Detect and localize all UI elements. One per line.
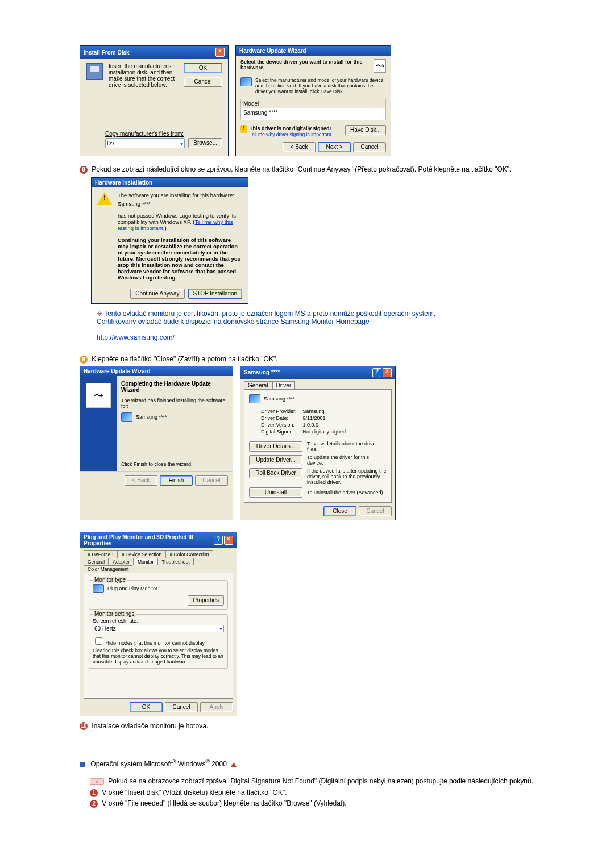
window-title: Hardware Update Wizard (84, 368, 151, 374)
uninstall-desc: To uninstall the driver (Advanced). (307, 490, 384, 495)
uninstall-button[interactable]: Uninstall (249, 487, 302, 498)
finished-text: The wizard has finished installing the s… (121, 398, 228, 409)
apply-button: Apply (200, 702, 233, 712)
hide-modes-desc: Clearing this check box allows you to se… (93, 648, 224, 665)
signer-value: Not digitally signed (302, 428, 347, 435)
window-title: Samsung **** (244, 369, 280, 375)
note-marker: ※ (97, 310, 102, 318)
rollback-driver-desc: If the device fails after updating the d… (307, 468, 387, 485)
monitor-settings-label: Monitor settings (93, 611, 136, 617)
next-button[interactable]: Next > (318, 142, 351, 152)
stop-installation-button[interactable]: STOP Installation (188, 289, 242, 299)
why-signing-link[interactable]: Tell me why driver signing is important (250, 132, 331, 137)
driver-details-desc: To view details about the driver files. (307, 441, 387, 452)
device-name: Samsung **** (136, 414, 167, 420)
monitor-icon (93, 584, 104, 593)
hardware-installation-dialog: Hardware Installation The software you a… (91, 177, 248, 304)
device-name: Samsung **** (118, 201, 242, 207)
warning-icon (97, 192, 112, 205)
rollback-driver-button[interactable]: Roll Back Driver (249, 468, 302, 478)
wizard-heading: Completing the Hardware Update Wizard (121, 381, 211, 393)
monitor-type-value: Plug and Play Monitor (107, 586, 157, 591)
help-icon[interactable]: ? (372, 368, 381, 377)
drive-value: D:\ (107, 140, 114, 147)
finish-button[interactable]: Finish (160, 475, 193, 486)
line-1: The software you are installing for this… (118, 192, 242, 198)
note-line-1: Tento ovladač monitoru je certifikován, … (104, 310, 435, 318)
close-icon[interactable]: × (215, 48, 225, 57)
section-bullet-icon (80, 762, 85, 767)
wizard-icon: ⤳ (374, 59, 386, 73)
step-number-9: 9 (80, 356, 88, 364)
model-value[interactable]: Samsung **** (241, 108, 385, 120)
step-9: 9 Klepněte na tlačítko "Close" (Zavřít) … (80, 355, 540, 364)
up-arrow-icon[interactable] (231, 762, 237, 767)
window-title: Hardware Installation (95, 180, 152, 186)
cancel-button[interactable]: Cancel (165, 702, 198, 712)
samsung-url[interactable]: http://www.samsung.com/ (97, 333, 175, 341)
instruction-text: Insert the manufacturer's installation d… (109, 63, 178, 88)
chevron-down-icon: ▾ (180, 140, 183, 147)
window-title: Hardware Update Wizard (239, 48, 306, 54)
not-signed-text: This driver is not digitally signed! (250, 126, 331, 131)
tab-troubleshoot[interactable]: Troubleshoot (157, 558, 193, 565)
model-header: Model (241, 99, 385, 108)
properties-button[interactable]: Properties (188, 595, 224, 606)
provider-value: Samsung (302, 408, 347, 415)
step-10: 10 Instalace ovladače monitoru je hotova… (80, 722, 540, 731)
device-name: Samsung **** (264, 396, 295, 402)
tab-device-selection[interactable]: ■ Device Selection (117, 550, 165, 558)
tab-color-correction[interactable]: ■ Color Correction (165, 550, 213, 558)
install-from-disk-dialog: Install From Disk × Insert the manufactu… (80, 45, 229, 156)
update-driver-button[interactable]: Update Driver... (249, 455, 302, 465)
back-button[interactable]: < Back (283, 142, 316, 152)
tab-adapter[interactable]: Adapter (109, 558, 134, 565)
os-2000-step-2: 2 V okně "File needed" (Hledá se soubor)… (80, 799, 540, 808)
driver-properties-dialog: Samsung **** ? × General Driver Samsung … (240, 366, 396, 520)
refresh-rate-dropdown[interactable]: 60 Hertz ▾ (93, 625, 224, 632)
close-button[interactable]: Close (323, 506, 356, 516)
chevron-down-icon: ▾ (219, 625, 222, 632)
window-title: Plug and Play Monitor and 3D Prophet III… (84, 534, 214, 546)
close-icon[interactable]: × (224, 536, 233, 545)
floppy-icon (86, 63, 103, 80)
display-properties-dialog: Plug and Play Monitor and 3D Prophet III… (80, 532, 237, 716)
ok-button[interactable]: OK (184, 63, 222, 73)
window-title: Install From Disk (84, 49, 130, 56)
tab-general[interactable]: General (244, 381, 272, 389)
ok-button[interactable]: OK (130, 702, 163, 712)
signer-label: Digital Signer: (260, 428, 302, 435)
cancel-button[interactable]: Cancel (353, 142, 386, 152)
monitor-icon (249, 394, 260, 403)
have-disk-button[interactable]: Have Disk... (345, 125, 386, 135)
os-2000-heading: Operační systém Microsoft® Windows® 2000 (80, 758, 540, 768)
cancel-button[interactable]: Cancel (184, 77, 222, 87)
drive-dropdown[interactable]: D:\ ▾ (105, 138, 185, 148)
driver-details-button[interactable]: Driver Details... (249, 441, 302, 452)
warning-text: Continuing your installation of this sof… (118, 237, 242, 281)
tab-general[interactable]: General (84, 558, 109, 565)
tab-color-management[interactable]: Color Management (84, 565, 132, 573)
certification-note: ※ Tento ovladač monitoru je certifikován… (80, 310, 540, 341)
tab-geforce[interactable]: ■ GeForce3 (84, 550, 117, 558)
hardware-update-select-dialog: Hardware Update Wizard Select the device… (235, 45, 391, 156)
browse-button[interactable]: Browse... (188, 138, 222, 148)
monitor-type-label: Monitor type (93, 577, 127, 583)
tab-monitor[interactable]: Monitor (134, 558, 157, 565)
instruction-text: Select the manufacturer and model of you… (255, 77, 386, 94)
step-number-10: 10 (80, 722, 88, 730)
update-driver-desc: To update the driver for this device. (307, 454, 387, 466)
hardware-update-complete-dialog: Hardware Update Wizard ⤳ Completing the … (80, 366, 233, 520)
continue-anyway-button[interactable]: Continue Anyway (130, 289, 184, 299)
step-number-1: 1 (90, 789, 98, 797)
close-icon[interactable]: × (383, 368, 392, 377)
hide-modes-checkbox[interactable] (95, 637, 102, 645)
wizard-icon: ⤳ (86, 383, 111, 408)
step-number-2: 2 (90, 800, 98, 808)
tab-driver[interactable]: Driver (272, 381, 296, 389)
help-icon[interactable]: ? (214, 536, 223, 545)
line-2: has not passed Windows Logo testing to v… (118, 212, 242, 231)
warning-icon (240, 125, 247, 133)
wizard-header: Select the device driver you want to ins… (240, 59, 374, 70)
monitor-icon (121, 412, 132, 422)
